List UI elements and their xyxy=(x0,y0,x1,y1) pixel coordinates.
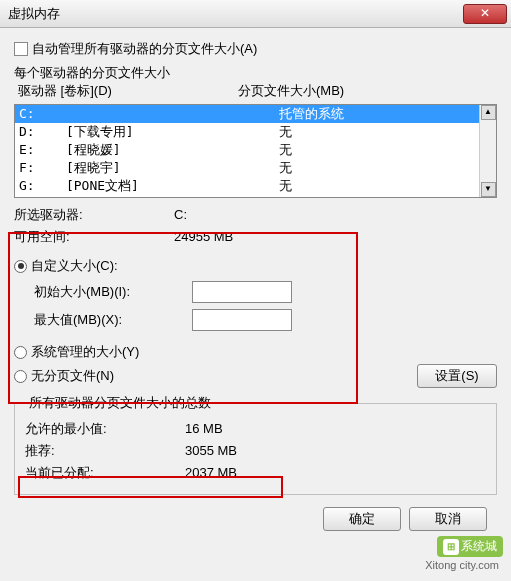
drive-row[interactable]: E: [程晓媛] 无 xyxy=(15,141,496,159)
system-managed-label: 系统管理的大小(Y) xyxy=(31,340,139,364)
col-size: 分页文件大小(MB) xyxy=(238,82,344,100)
initial-size-label: 初始大小(MB)(I): xyxy=(34,278,184,306)
selected-drive-label: 所选驱动器: xyxy=(14,204,174,226)
col-drive: 驱动器 [卷标](D) xyxy=(18,82,238,100)
cancel-button[interactable]: 取消 xyxy=(409,507,487,531)
no-paging-label: 无分页文件(N) xyxy=(31,364,114,388)
drive-list[interactable]: C: 托管的系统 D: [下载专用] 无 E: [程晓媛] 无 F: [程晓宇]… xyxy=(14,104,497,198)
rec-value: 3055 MB xyxy=(185,440,237,462)
initial-size-input[interactable] xyxy=(192,281,292,303)
close-button[interactable]: ✕ xyxy=(463,4,507,24)
window-title: 虚拟内存 xyxy=(8,5,60,23)
system-managed-radio[interactable] xyxy=(14,346,27,359)
rec-label: 推荐: xyxy=(25,440,185,462)
min-value: 16 MB xyxy=(185,418,223,440)
available-space-label: 可用空间: xyxy=(14,226,174,248)
windows-icon: ⊞ xyxy=(443,539,459,555)
totals-fieldset: 所有驱动器分页文件大小的总数 允许的最小值: 16 MB 推荐: 3055 MB… xyxy=(14,394,497,495)
watermark-url: Xitong city.com xyxy=(425,559,499,571)
dialog-content: 自动管理所有驱动器的分页文件大小(A) 每个驱动器的分页文件大小 驱动器 [卷标… xyxy=(0,28,511,581)
ok-button[interactable]: 确定 xyxy=(323,507,401,531)
per-drive-label: 每个驱动器的分页文件大小 xyxy=(14,64,497,82)
close-icon: ✕ xyxy=(480,6,490,20)
max-size-input[interactable] xyxy=(192,309,292,331)
drive-list-header: 驱动器 [卷标](D) 分页文件大小(MB) xyxy=(14,82,497,100)
available-space-value: 24955 MB xyxy=(174,226,233,248)
cur-value: 2037 MB xyxy=(185,462,237,484)
drive-row[interactable]: C: 托管的系统 xyxy=(15,105,496,123)
scroll-up-icon[interactable]: ▲ xyxy=(481,105,496,120)
custom-size-label: 自定义大小(C): xyxy=(31,254,118,278)
titlebar: 虚拟内存 ✕ xyxy=(0,0,511,28)
cur-label: 当前已分配: xyxy=(25,462,185,484)
drive-row[interactable]: F: [程晓宇] 无 xyxy=(15,159,496,177)
drive-row[interactable]: G: [PONE文档] 无 xyxy=(15,177,496,195)
min-label: 允许的最小值: xyxy=(25,418,185,440)
selected-drive-value: C: xyxy=(174,204,187,226)
auto-manage-label: 自动管理所有驱动器的分页文件大小(A) xyxy=(32,40,257,58)
scrollbar[interactable]: ▲ ▼ xyxy=(479,105,496,197)
totals-legend: 所有驱动器分页文件大小的总数 xyxy=(25,394,215,412)
watermark: ⊞ 系统城 xyxy=(437,536,503,557)
set-button[interactable]: 设置(S) xyxy=(417,364,497,388)
watermark-brand: 系统城 xyxy=(461,538,497,555)
max-size-label: 最大值(MB)(X): xyxy=(34,306,184,334)
custom-size-radio[interactable] xyxy=(14,260,27,273)
auto-manage-checkbox[interactable] xyxy=(14,42,28,56)
scroll-down-icon[interactable]: ▼ xyxy=(481,182,496,197)
no-paging-radio[interactable] xyxy=(14,370,27,383)
drive-row[interactable]: D: [下载专用] 无 xyxy=(15,123,496,141)
